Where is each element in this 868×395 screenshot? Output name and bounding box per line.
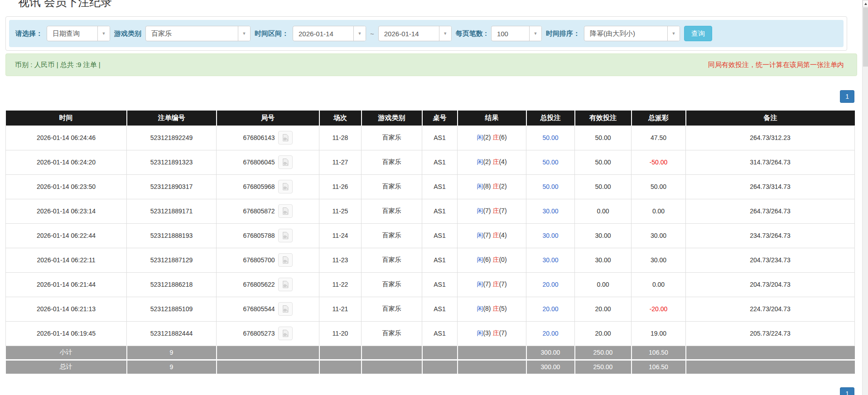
cell-valid-bet: 0.00	[575, 272, 632, 297]
table-row: 2026-01-14 06:22:44 523121888193 6768057…	[6, 223, 855, 248]
round-id-text: 676806045	[243, 159, 275, 166]
total-bet-link[interactable]: 50.00	[542, 183, 558, 190]
total-bet-link[interactable]: 30.00	[542, 256, 558, 264]
result-banker-score: (5)	[499, 305, 506, 312]
date-to-select[interactable]: 2026-01-14 ▼	[378, 26, 452, 41]
search-button[interactable]: 查询	[684, 26, 712, 41]
result-banker-score: (7)	[499, 207, 506, 214]
cell-session: 11-27	[319, 150, 362, 174]
cell-bet-id: 523121886218	[127, 272, 217, 297]
page-title: 视讯 会员下注纪录	[18, 0, 112, 10]
page-button[interactable]: 1	[840, 90, 854, 103]
result-banker-score: (4)	[499, 158, 506, 165]
result-banker: 庄	[492, 305, 499, 312]
sort-order-select[interactable]: 降幂(由大到小) ▼	[584, 26, 680, 41]
cell-round-id: 676805968	[217, 174, 319, 199]
cell-game-type: 百家乐	[362, 297, 422, 321]
cell-valid-bet: 20.00	[575, 297, 632, 321]
cell-round-id: 676805273	[217, 321, 319, 346]
result-banker: 庄	[492, 231, 499, 239]
cell-table-no: AS1	[422, 321, 458, 346]
cell-time: 2026-01-14 06:21:44	[6, 272, 127, 297]
pagination-bottom: 1	[5, 387, 854, 395]
header-bet-id: 注单编号	[127, 111, 217, 125]
result-player: 闲	[477, 305, 483, 312]
scroll-thumb[interactable]	[863, 8, 868, 67]
cell-remark: 264.73/312.23	[686, 125, 855, 150]
video-replay-button[interactable]	[278, 131, 293, 145]
header-remark: 备注	[686, 111, 855, 125]
cell-result: 闲(8) 庄(2)	[458, 174, 526, 199]
total-bet-link[interactable]: 30.00	[542, 207, 558, 215]
result-player: 闲	[477, 134, 483, 141]
cell-session: 11-25	[319, 199, 362, 223]
notice-text: 同局有效投注，统一计算在该局第一张注单内	[708, 61, 844, 69]
cell-payout: -20.00	[632, 297, 686, 321]
subtotal-count: 9	[127, 346, 217, 360]
tilde-separator: ~	[370, 30, 374, 38]
cell-total-bet: 20.00	[526, 297, 575, 321]
video-replay-button[interactable]	[278, 253, 293, 267]
total-bet-link[interactable]: 20.00	[542, 281, 558, 288]
cell-result: 闲(7) 庄(7)	[458, 199, 526, 223]
query-type-select[interactable]: 日期查询 ▼	[47, 26, 110, 41]
cell-game-type: 百家乐	[362, 272, 422, 297]
header-game-type: 游戏类别	[362, 111, 422, 125]
page-size-select[interactable]: 100 ▼	[491, 26, 542, 41]
round-id-text: 676805872	[243, 207, 275, 215]
total-bet-link[interactable]: 30.00	[542, 232, 558, 239]
date-from-select[interactable]: 2026-01-14 ▼	[293, 26, 366, 41]
cell-session: 11-24	[319, 223, 362, 248]
cell-session: 11-20	[319, 321, 362, 346]
table-row: 2026-01-14 06:21:44 523121886218 6768056…	[6, 272, 855, 297]
result-banker: 庄	[492, 256, 499, 263]
chevron-down-icon: ▼	[238, 26, 250, 41]
cell-result: 闲(7) 庄(7)	[458, 272, 526, 297]
scrollbar[interactable]	[862, 0, 868, 395]
cell-bet-id: 523121892249	[127, 125, 217, 150]
header-payout: 总派彩	[632, 111, 686, 125]
total-bet-link[interactable]: 20.00	[542, 305, 558, 313]
result-banker: 庄	[492, 134, 499, 141]
cell-total-bet: 30.00	[526, 223, 575, 248]
video-replay-button[interactable]	[278, 204, 293, 218]
video-replay-button[interactable]	[278, 302, 293, 316]
cell-game-type: 百家乐	[362, 174, 422, 199]
cell-game-type: 百家乐	[362, 223, 422, 248]
cell-valid-bet: 50.00	[575, 150, 632, 174]
header-time: 时间	[6, 111, 127, 125]
video-replay-button[interactable]	[278, 327, 293, 340]
video-replay-button[interactable]	[278, 180, 293, 193]
result-player: 闲	[477, 280, 483, 288]
arrow-up-icon	[864, 3, 867, 5]
cell-remark: 205.73/224.73	[686, 321, 855, 346]
cell-payout: 50.00	[632, 174, 686, 199]
video-replay-button[interactable]	[278, 229, 293, 242]
cell-bet-id: 523121890317	[127, 174, 217, 199]
cell-total-bet: 50.00	[526, 125, 575, 150]
total-valid-bet: 250.00	[575, 360, 632, 374]
cell-payout: 0.00	[632, 272, 686, 297]
total-bet-link[interactable]: 50.00	[542, 134, 558, 141]
cell-total-bet: 30.00	[526, 248, 575, 272]
total-count: 9	[127, 360, 217, 374]
cell-valid-bet: 50.00	[575, 125, 632, 150]
table-row: 2026-01-14 06:23:50 523121890317 6768059…	[6, 174, 855, 199]
cell-round-id: 676805788	[217, 223, 319, 248]
video-file-icon	[281, 134, 289, 142]
cell-total-bet: 50.00	[526, 174, 575, 199]
video-file-icon	[281, 280, 289, 289]
video-replay-button[interactable]	[278, 155, 293, 169]
scroll-up-button[interactable]	[863, 0, 868, 7]
cell-time: 2026-01-14 06:24:46	[6, 125, 127, 150]
total-bet-link[interactable]: 20.00	[542, 330, 558, 337]
cell-total-bet: 30.00	[526, 199, 575, 223]
cell-game-type: 百家乐	[362, 321, 422, 346]
total-bet-link[interactable]: 50.00	[542, 159, 558, 166]
cell-bet-id: 523121885109	[127, 297, 217, 321]
game-type-select[interactable]: 百家乐 ▼	[145, 26, 251, 41]
video-replay-button[interactable]	[278, 278, 293, 291]
result-banker-score: (6)	[499, 134, 506, 141]
page-button[interactable]: 1	[840, 387, 854, 395]
cell-result: 闲(3) 庄(7)	[458, 321, 526, 346]
